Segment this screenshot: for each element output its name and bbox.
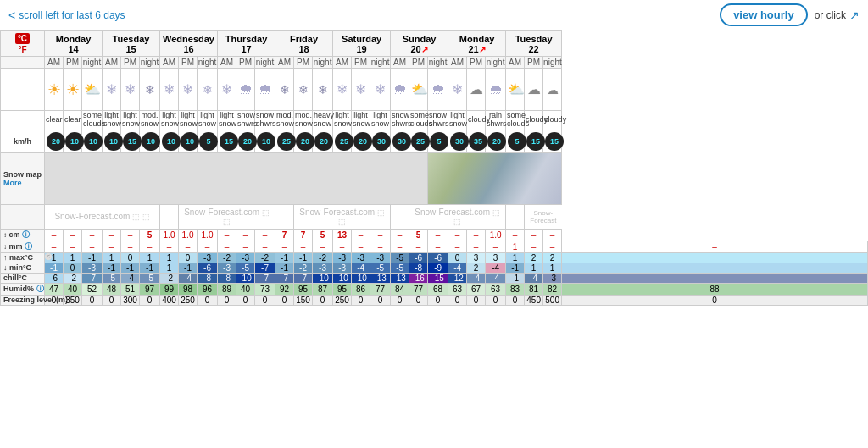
wind-21: 30 xyxy=(450,132,469,151)
day-header-sunday20: Sunday20↗ xyxy=(391,31,448,57)
icon-tue15-night: ❄ xyxy=(140,69,160,111)
period-tue15-night: night xyxy=(140,57,160,69)
icon-tue22-night: ☁ xyxy=(543,69,562,111)
period-tue15-am: AM xyxy=(103,57,121,69)
icon-tue15-pm: ❄ xyxy=(121,69,140,111)
max-temp-row: ↑ max°C <1 1 -1 1 0 1 1 0 -3 -2 -3 -2 -1… xyxy=(1,252,868,263)
nav-arrow-left[interactable]: < xyxy=(45,253,52,260)
period-mon14-pm: PM xyxy=(64,57,82,69)
snow-mm-row: ↕ mm ⓘ – – – – – – – – – – – – – – – – –… xyxy=(1,241,868,252)
day-header-saturday19: Saturday19 xyxy=(333,31,391,57)
icon-mon14-pm: ☀ xyxy=(64,69,82,111)
icon-mon21-pm: ☁ xyxy=(467,69,486,111)
wind-11: 10 xyxy=(257,132,275,151)
cond-12: mod. snow xyxy=(275,111,294,130)
cond-26: cloudy xyxy=(543,111,562,130)
weather-icon-row: ☀ ☀ ⛅ ❄ ❄ ❄ ❄ ❄ ❄ ❄ 🌨 🌨 ❄ ❄ ❄ ❄ ❄ ❄ 🌨 ⛅ … xyxy=(1,69,868,111)
cond-1: clear xyxy=(64,111,82,130)
period-fri18-pm: PM xyxy=(294,57,313,69)
period-mon21-night: night xyxy=(486,57,506,69)
period-wed16-am: AM xyxy=(160,57,179,69)
icon-tue22-pm: ☁ xyxy=(525,69,543,111)
day-header-row: °C °F Monday14 Tuesday15 Wednesday16 Thu… xyxy=(1,31,868,57)
wind-14: 20 xyxy=(314,132,333,151)
celsius-unit[interactable]: °C xyxy=(15,33,30,44)
cond-15: light snow xyxy=(333,111,352,130)
icon-sat19-am: ❄ xyxy=(333,69,352,111)
wind-22: 35 xyxy=(469,132,487,151)
day-header-tuesday15: Tuesday15 xyxy=(103,31,160,57)
icon-fri18-night: ❄ xyxy=(313,69,333,111)
icon-mon21-night: 🌧 xyxy=(486,69,506,111)
watermark-row: Snow-Forecast.com ⬚ ⬚ Snow-Forecast.com … xyxy=(1,204,868,229)
wind-13: 20 xyxy=(296,132,314,151)
wind-10: 20 xyxy=(238,132,257,151)
cond-8: light snow xyxy=(198,111,218,130)
cond-6: light snow xyxy=(160,111,179,130)
cond-11: snow shwrs xyxy=(255,111,275,130)
wind-7: 10 xyxy=(181,132,199,151)
icon-mon14-am: ☀ xyxy=(45,69,64,111)
min-temp-row: ↓ min°C -1 0 -3 -1 -1 -1 1 -1 -6 -3 -5 -… xyxy=(1,263,868,273)
ampm-row: AMPMnight AMPMnight AMPMnight AMPMnight … xyxy=(1,57,868,69)
icon-sat19-night: ❄ xyxy=(370,69,391,111)
cond-23: rain shwrs xyxy=(486,111,506,130)
cond-0: clear xyxy=(45,111,64,130)
icon-tue15-am: ❄ xyxy=(103,69,121,111)
icon-thu17-am: ❄ xyxy=(218,69,236,111)
view-hourly-button[interactable]: view hourly xyxy=(720,3,808,26)
snow-map-row: Snow mapMore xyxy=(1,152,868,204)
wind-17: 30 xyxy=(372,132,391,151)
scroll-hint: scroll left for last 6 days xyxy=(8,8,125,22)
icon-tue22-am: ⛅ xyxy=(506,69,525,111)
unit-selector[interactable]: °C °F xyxy=(1,33,44,54)
cond-4: light snow xyxy=(121,111,140,130)
icon-thu17-night: 🌨 xyxy=(255,69,275,111)
expand-arrow-21[interactable]: ↗ xyxy=(479,45,486,54)
day-header-thursday17: Thursday17 xyxy=(218,31,275,57)
expand-icon[interactable]: ↗ xyxy=(849,8,860,22)
cond-24: some clouds xyxy=(506,111,525,130)
period-fri18-night: night xyxy=(313,57,333,69)
wind-26: 15 xyxy=(545,132,564,151)
wind-18: 30 xyxy=(392,132,411,151)
or-click-label: or click ↗ xyxy=(815,8,860,22)
icon-wed16-am: ❄ xyxy=(160,69,179,111)
period-thu17-pm: PM xyxy=(236,57,255,69)
freezing-level-row: Freezing level (m) 0 350 0 0 300 0 400 2… xyxy=(1,295,868,305)
cond-5: mod. snow xyxy=(140,111,160,130)
snow-map-more-link[interactable]: More xyxy=(3,179,22,187)
icon-mon14-night: ⛅ xyxy=(82,69,103,111)
icon-wed16-pm: ❄ xyxy=(179,69,198,111)
wind-row: km/h 20 10 10 10 15 10 10 10 5 15 20 10 … xyxy=(1,130,868,152)
icon-fri18-pm: ❄ xyxy=(294,69,313,111)
day-header-tuesday22: Tuesday22 xyxy=(506,31,562,57)
wind-16: 20 xyxy=(353,132,372,151)
icon-sun20-night: 🌨 xyxy=(428,69,448,111)
wind-19: 25 xyxy=(411,132,430,151)
icon-sun20-pm: ⛅ xyxy=(409,69,428,111)
period-tue22-am: AM xyxy=(506,57,525,69)
period-wed16-pm: PM xyxy=(179,57,198,69)
fahrenheit-unit[interactable]: °F xyxy=(18,45,26,54)
period-wed16-night: night xyxy=(198,57,218,69)
cond-21: light snow xyxy=(448,111,467,130)
cond-20: snow shwrs xyxy=(428,111,448,130)
cond-2: some clouds xyxy=(82,111,103,130)
icon-mon21-am: ❄ xyxy=(448,69,467,111)
cond-16: light snow xyxy=(352,111,370,130)
wind-8: 5 xyxy=(199,132,218,151)
day-header-monday14: Monday14 xyxy=(45,31,103,57)
icon-sun20-am: 🌨 xyxy=(391,69,409,111)
period-fri18-am: AM xyxy=(275,57,294,69)
weather-table: °C °F Monday14 Tuesday15 Wednesday16 Thu… xyxy=(0,30,868,306)
expand-arrow-20[interactable]: ↗ xyxy=(421,45,428,54)
period-mon14-am: AM xyxy=(45,57,64,69)
humid-row: Humid% ⓘ 47 40 52 48 51 97 99 98 96 89 4… xyxy=(1,283,868,295)
wind-15: 25 xyxy=(335,132,353,151)
wind-23: 20 xyxy=(487,132,506,151)
period-mon14-night: night xyxy=(82,57,103,69)
period-sat19-pm: PM xyxy=(352,57,370,69)
wind-3: 10 xyxy=(104,132,123,151)
period-tue22-night: night xyxy=(543,57,562,69)
